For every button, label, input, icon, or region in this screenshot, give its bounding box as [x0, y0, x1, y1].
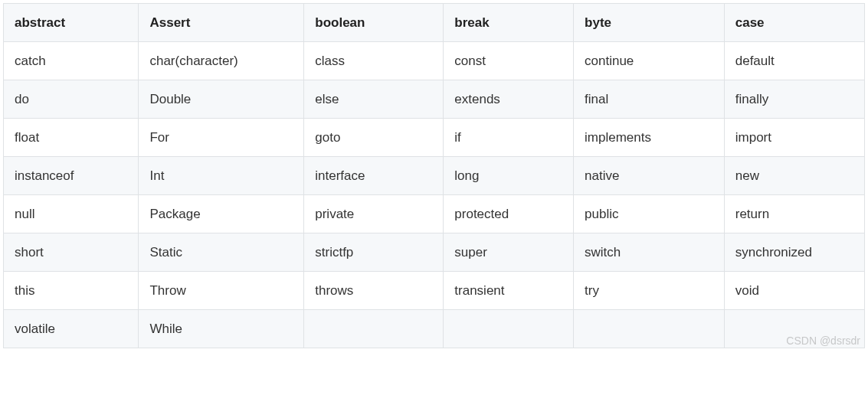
- table-row: volatile While: [4, 310, 865, 348]
- table-cell: Int: [139, 157, 304, 195]
- table-cell: const: [444, 42, 574, 80]
- keywords-table: abstract Assert boolean break byte case …: [3, 3, 865, 348]
- table-cell: extends: [444, 80, 574, 119]
- table-cell: transient: [444, 272, 574, 310]
- table-cell: default: [724, 42, 864, 80]
- table-cell: import: [724, 119, 864, 157]
- table-cell: final: [574, 80, 725, 119]
- table-header-cell: byte: [574, 4, 725, 42]
- table-cell: new: [724, 157, 864, 195]
- table-cell: float: [4, 119, 139, 157]
- table-cell: While: [139, 310, 304, 348]
- table-cell: Double: [139, 80, 304, 119]
- table-cell: [304, 310, 444, 348]
- table-cell: For: [139, 119, 304, 157]
- table-row: float For goto if implements import: [4, 119, 865, 157]
- table-cell: try: [574, 272, 725, 310]
- table-cell: Throw: [139, 272, 304, 310]
- table-header-cell: Assert: [139, 4, 304, 42]
- table-cell: return: [724, 195, 864, 233]
- table-header-cell: case: [724, 4, 864, 42]
- table-header-cell: break: [444, 4, 574, 42]
- table-cell: goto: [304, 119, 444, 157]
- table-cell: catch: [4, 42, 139, 80]
- table-cell: null: [4, 195, 139, 233]
- table-row: catch char(character) class const contin…: [4, 42, 865, 80]
- table-cell: instanceof: [4, 157, 139, 195]
- table-header-row: abstract Assert boolean break byte case: [4, 4, 865, 42]
- table-row: this Throw throws transient try void: [4, 272, 865, 310]
- table-cell: super: [444, 233, 574, 272]
- table-row: do Double else extends final finally: [4, 80, 865, 119]
- table-cell: void: [724, 272, 864, 310]
- table-cell: continue: [574, 42, 725, 80]
- table-cell: private: [304, 195, 444, 233]
- table-cell: public: [574, 195, 725, 233]
- table-header-cell: abstract: [4, 4, 139, 42]
- table-cell: Static: [139, 233, 304, 272]
- table-cell: synchronized: [724, 233, 864, 272]
- table-cell: do: [4, 80, 139, 119]
- table-cell: strictfp: [304, 233, 444, 272]
- table-cell: char(character): [139, 42, 304, 80]
- table-header-cell: boolean: [304, 4, 444, 42]
- table-cell: volatile: [4, 310, 139, 348]
- table-row: short Static strictfp super switch synch…: [4, 233, 865, 272]
- table-row: null Package private protected public re…: [4, 195, 865, 233]
- table-cell: else: [304, 80, 444, 119]
- table-cell: throws: [304, 272, 444, 310]
- table-cell: finally: [724, 80, 864, 119]
- table-cell: Package: [139, 195, 304, 233]
- table-cell: long: [444, 157, 574, 195]
- table-cell: protected: [444, 195, 574, 233]
- table-cell: interface: [304, 157, 444, 195]
- table-cell: class: [304, 42, 444, 80]
- table-row: instanceof Int interface long native new: [4, 157, 865, 195]
- table-cell: this: [4, 272, 139, 310]
- table-cell: short: [4, 233, 139, 272]
- table-cell: [444, 310, 574, 348]
- table-cell: if: [444, 119, 574, 157]
- table-cell: [574, 310, 725, 348]
- table-cell: implements: [574, 119, 725, 157]
- table-cell: native: [574, 157, 725, 195]
- table-cell: [724, 310, 864, 348]
- table-cell: switch: [574, 233, 725, 272]
